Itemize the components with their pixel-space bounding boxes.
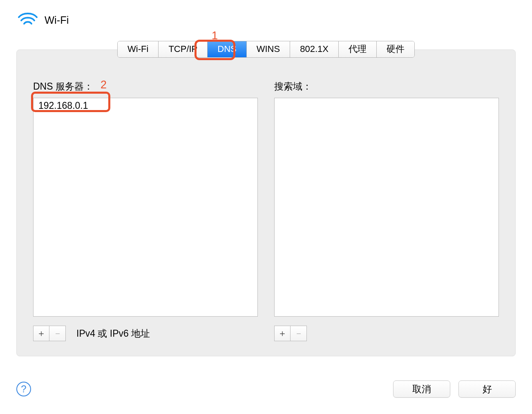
tab-dns[interactable]: DNS bbox=[208, 41, 246, 57]
tabs: Wi-Fi TCP/IP DNS WINS 802.1X 代理 硬件 bbox=[117, 41, 415, 58]
search-add-button[interactable]: ＋ bbox=[274, 326, 291, 341]
tab-proxy[interactable]: 代理 bbox=[339, 41, 377, 57]
header: Wi-Fi bbox=[0, 0, 532, 29]
dns-hint: IPv4 或 IPv6 地址 bbox=[76, 327, 150, 340]
tab-wifi[interactable]: Wi-Fi bbox=[118, 41, 159, 57]
help-button[interactable]: ? bbox=[16, 382, 31, 396]
search-domains-list[interactable] bbox=[274, 98, 499, 317]
search-domains-column: 搜索域： ＋ － bbox=[274, 80, 499, 341]
tab-hardware[interactable]: 硬件 bbox=[377, 41, 414, 57]
search-remove-button[interactable]: － bbox=[291, 326, 307, 341]
search-domains-label: 搜索域： bbox=[274, 80, 499, 93]
tabs-container: Wi-Fi TCP/IP DNS WINS 802.1X 代理 硬件 bbox=[0, 41, 532, 58]
dns-servers-column: DNS 服务器： 192.168.0.1 ＋ － IPv4 或 IPv6 地址 bbox=[33, 80, 258, 341]
cancel-button[interactable]: 取消 bbox=[393, 380, 450, 398]
ok-button[interactable]: 好 bbox=[458, 380, 516, 398]
dns-servers-list[interactable]: 192.168.0.1 bbox=[33, 98, 258, 317]
wifi-icon bbox=[17, 11, 38, 29]
dns-server-item[interactable]: 192.168.0.1 bbox=[34, 98, 257, 113]
dns-panel: DNS 服务器： 192.168.0.1 ＋ － IPv4 或 IPv6 地址 … bbox=[16, 50, 516, 356]
dns-remove-button[interactable]: － bbox=[49, 326, 66, 341]
footer: ? 取消 好 bbox=[16, 380, 516, 398]
page-title: Wi-Fi bbox=[45, 14, 69, 26]
tab-tcpip[interactable]: TCP/IP bbox=[159, 41, 208, 57]
annotation-2: 2 bbox=[101, 79, 107, 91]
tab-wins[interactable]: WINS bbox=[247, 41, 290, 57]
dns-servers-label: DNS 服务器： bbox=[33, 80, 258, 93]
annotation-1: 1 bbox=[212, 29, 218, 42]
tab-8021x[interactable]: 802.1X bbox=[290, 41, 339, 57]
dns-add-button[interactable]: ＋ bbox=[33, 326, 49, 341]
